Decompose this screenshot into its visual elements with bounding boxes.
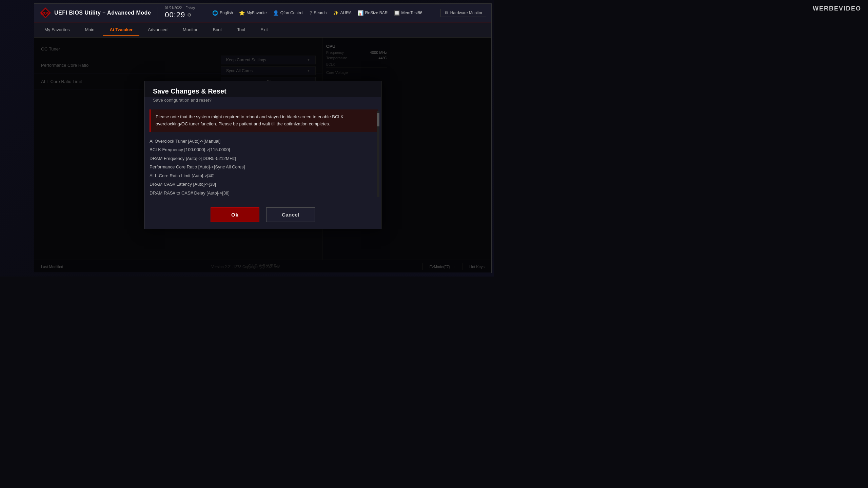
tab-exit[interactable]: Exit [254, 24, 275, 36]
tool-english[interactable]: 🌐 English [212, 10, 233, 16]
globe-icon: 🌐 [212, 10, 218, 16]
bios-container: ROG UEFI BIOS Utility – Advanced Mode 01… [34, 3, 492, 273]
dialog-overlay: Save Changes & Reset Save configuration … [34, 38, 491, 272]
bios-title: UEFI BIOS Utility – Advanced Mode [54, 10, 151, 16]
dialog-content: Please note that the system might requir… [144, 108, 381, 201]
header-right: 🖥 Hardware Monitor [440, 9, 486, 17]
aura-icon: ✨ [333, 10, 339, 16]
hw-monitor-header: 🖥 Hardware Monitor [440, 9, 486, 17]
monitor-icon: 🖥 [444, 11, 448, 15]
tab-main[interactable]: Main [78, 24, 101, 36]
tool-memtest-label: MemTest86 [401, 11, 422, 15]
tab-tool[interactable]: Tool [230, 24, 252, 36]
change-item-0: Ai Overclock Tuner [Auto]->[Manual] [150, 137, 378, 146]
header-divider-1 [158, 7, 158, 19]
qfan-icon: 👤 [273, 10, 279, 16]
star-icon: ⭐ [239, 10, 245, 16]
memtest-icon: 🔲 [394, 10, 400, 16]
dialog-change-list: Ai Overclock Tuner [Auto]->[Manual] BCLK… [150, 135, 378, 199]
svg-text:ROG: ROG [41, 11, 50, 15]
dialog-warning-text: Please note that the system might requir… [156, 114, 343, 126]
cancel-button[interactable]: Cancel [266, 207, 315, 222]
tool-aura[interactable]: ✨ AURA [333, 10, 352, 16]
question-icon: ? [310, 10, 312, 16]
tab-aitweaker[interactable]: Ai Tweaker [103, 24, 140, 36]
nav-tabs: My Favorites Main Ai Tweaker Advanced Mo… [34, 22, 491, 38]
change-item-5: DRAM CAS# Latency [Auto]->[38] [150, 180, 378, 189]
tool-resizebar-label: ReSize BAR [365, 11, 388, 15]
tool-english-label: English [220, 11, 233, 15]
header-divider-2 [202, 7, 202, 19]
change-item-4: ALL-Core Ratio Limit [Auto]->[40] [150, 171, 378, 180]
date-display: 01/21/2022 Friday [165, 6, 195, 10]
time-display: 00:29 ⚙ [165, 10, 192, 20]
dialog-subtitle: Save configuration and reset? [144, 97, 381, 108]
dialog-scrollbar[interactable] [377, 111, 379, 197]
tool-myfavorite[interactable]: ⭐ MyFavorite [239, 10, 267, 16]
tool-myfavorite-label: MyFavorite [246, 11, 267, 15]
dialog-scrollbar-thumb [377, 113, 379, 126]
resize-icon: 📊 [358, 10, 363, 16]
tool-resizebar[interactable]: 📊 ReSize BAR [358, 10, 388, 16]
dialog-box: Save Changes & Reset Save configuration … [144, 81, 381, 229]
tool-qfan-label: Qfan Control [280, 11, 303, 15]
dialog-buttons: Ok Cancel [144, 201, 381, 229]
datetime-block: 01/21/2022 Friday 00:29 ⚙ [165, 6, 195, 20]
tab-boot[interactable]: Boot [206, 24, 229, 36]
tool-memtest[interactable]: 🔲 MemTest86 [394, 10, 422, 16]
tab-monitor[interactable]: Monitor [176, 24, 204, 36]
gear-icon[interactable]: ⚙ [187, 12, 192, 18]
tool-aura-label: AURA [340, 11, 352, 15]
dialog-title: Save Changes & Reset [144, 81, 381, 97]
tool-search-label: Search [314, 11, 327, 15]
change-item-6: DRAM RAS# to CAS# Delay [Auto]->[38] [150, 189, 378, 198]
change-item-2: DRAM Frequency [Auto]->[DDR5-5212MHz] [150, 154, 378, 163]
tool-qfan[interactable]: 👤 Qfan Control [273, 10, 303, 16]
change-item-1: BCLK Frequency [100.0000]->[115.0000] [150, 145, 378, 154]
change-item-3: Performance Core Ratio [Auto]->[Sync All… [150, 163, 378, 171]
tool-search[interactable]: ? Search [310, 10, 327, 16]
ok-button[interactable]: Ok [211, 207, 259, 222]
header-bar: ROG UEFI BIOS Utility – Advanced Mode 01… [34, 4, 491, 22]
rog-icon: ROG [39, 7, 52, 19]
header-tools: 🌐 English ⭐ MyFavorite 👤 Qfan Control ? … [212, 10, 422, 16]
tab-advanced[interactable]: Advanced [141, 24, 174, 36]
tab-favorites[interactable]: My Favorites [38, 24, 76, 36]
dialog-warning-box: Please note that the system might requir… [150, 109, 378, 132]
rog-logo: ROG UEFI BIOS Utility – Advanced Mode [39, 7, 151, 19]
hw-monitor-title: Hardware Monitor [450, 11, 482, 15]
